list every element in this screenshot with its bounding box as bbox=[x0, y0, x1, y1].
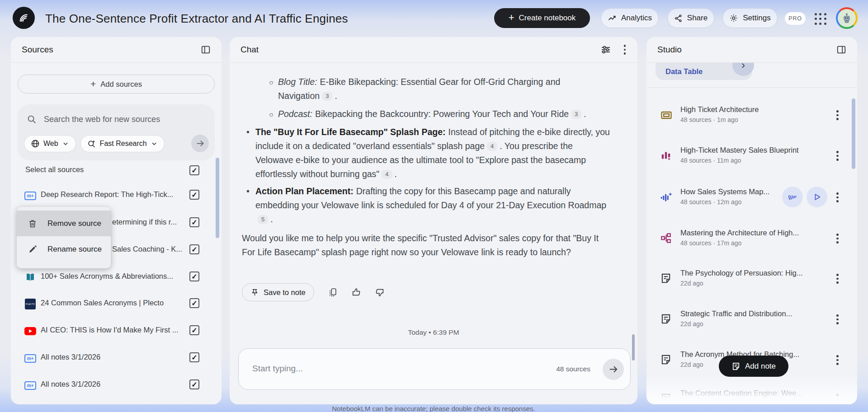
gear-icon bbox=[729, 14, 738, 23]
select-all-label: Select all sources bbox=[25, 165, 84, 174]
source-checkbox[interactable]: ✓ bbox=[189, 325, 199, 335]
item-more-menu-icon[interactable] bbox=[835, 354, 840, 366]
chat-closing-paragraph: Would you like me to help you write the … bbox=[242, 231, 604, 259]
source-label: All notes 3/1/2026 bbox=[41, 380, 100, 389]
citation-badge[interactable]: 3 bbox=[322, 92, 332, 101]
item-more-menu-icon[interactable] bbox=[835, 233, 840, 244]
item-more-menu-icon[interactable] bbox=[835, 314, 840, 325]
note-icon bbox=[660, 272, 673, 285]
source-row[interactable]: m+ All notes 3/1/2026 ✓ bbox=[11, 374, 222, 396]
chat-scrollbar[interactable] bbox=[632, 334, 635, 360]
note-icon bbox=[660, 393, 673, 404]
logo-arcs-icon bbox=[17, 11, 31, 25]
analytics-button[interactable]: Analytics bbox=[601, 8, 659, 28]
item-more-menu-icon[interactable] bbox=[835, 393, 840, 404]
studio-item[interactable]: High-Ticket Mastery Sales Blueprint 48 s… bbox=[646, 141, 857, 170]
thumbs-down-icon[interactable] bbox=[375, 287, 385, 297]
chat-input[interactable]: Start typing... bbox=[252, 364, 303, 374]
studio-scrollbar[interactable] bbox=[852, 98, 855, 169]
collapse-panel-icon[interactable] bbox=[201, 45, 211, 55]
item-more-menu-icon[interactable] bbox=[835, 109, 840, 121]
source-row[interactable]: m+ Deep Research Report: The High-Tick..… bbox=[11, 184, 222, 206]
chat-input-box: Start typing... 48 sources bbox=[238, 348, 631, 390]
globe-icon bbox=[31, 139, 40, 148]
youtube-icon bbox=[24, 327, 36, 335]
divider bbox=[646, 87, 857, 88]
source-checkbox[interactable]: ✓ bbox=[189, 244, 199, 254]
source-label: All notes 3/1/2026 bbox=[41, 353, 100, 361]
studio-item[interactable]: The Content Creation Engine: Wee... bbox=[646, 384, 857, 404]
avatar[interactable] bbox=[836, 7, 858, 29]
app-launcher-icon[interactable] bbox=[814, 12, 827, 26]
studio-item[interactable]: Mastering the Architecture of High... 48… bbox=[646, 224, 857, 253]
note-icon bbox=[731, 362, 741, 371]
source-row[interactable]: m+ All notes 3/1/2026 ✓ bbox=[11, 347, 222, 369]
source-label: etermining if this r... bbox=[112, 218, 177, 226]
item-more-menu-icon[interactable] bbox=[835, 150, 840, 162]
add-sources-button[interactable]: + Add sources bbox=[18, 75, 215, 94]
citation-badge[interactable]: 4 bbox=[382, 170, 392, 179]
pro-badge: PRO bbox=[785, 12, 806, 25]
search-input[interactable]: Search the web for new sources bbox=[44, 115, 160, 124]
add-note-button[interactable]: Add note bbox=[719, 356, 788, 377]
source-checkbox[interactable]: ✓ bbox=[189, 298, 199, 308]
collapse-panel-icon[interactable] bbox=[836, 45, 846, 55]
source-label: 100+ Sales Acronyms & Abbreviations... bbox=[41, 272, 173, 281]
thumbs-up-icon[interactable] bbox=[351, 287, 361, 297]
audio-waveform-icon bbox=[660, 191, 673, 204]
notebook-title[interactable]: The One-Sentence Profit Extractor and AI… bbox=[45, 12, 348, 26]
source-checkbox[interactable]: ✓ bbox=[189, 272, 199, 281]
trending-up-icon bbox=[608, 14, 617, 23]
source-row[interactable]: AI CEO: THIS is How I'd Make My First ..… bbox=[11, 320, 222, 342]
disclaimer-text: NotebookLM can be inaccurate; please dou… bbox=[230, 405, 637, 412]
studio-item[interactable]: The Psychology of Persuasion: Hig... 22d… bbox=[646, 264, 857, 293]
send-button[interactable] bbox=[603, 359, 624, 380]
flowchart-icon bbox=[660, 232, 673, 245]
chat-bullet: • Action Plan Placement:Drafting the cop… bbox=[255, 184, 613, 226]
studio-title: Studio bbox=[657, 45, 682, 55]
plecto-favicon: PLECTO bbox=[25, 299, 36, 309]
source-checkbox[interactable]: ✓ bbox=[189, 190, 199, 200]
chat-settings-icon[interactable] bbox=[600, 44, 611, 55]
bar-chart-icon bbox=[660, 150, 673, 162]
share-button[interactable]: Share bbox=[667, 8, 714, 28]
research-mode-dropdown[interactable]: Fast Research bbox=[80, 135, 165, 152]
search-submit-button[interactable] bbox=[191, 135, 209, 152]
web-filter-dropdown[interactable]: Web bbox=[24, 135, 76, 152]
markdown-icon: m+ bbox=[24, 354, 36, 363]
copy-icon[interactable] bbox=[328, 287, 338, 297]
studio-item-audio[interactable]: How Sales Systems Map... 48 sources · 12… bbox=[646, 183, 857, 212]
studio-item[interactable]: Strategic Traffic and Distribution... 22… bbox=[646, 305, 857, 334]
studio-item-title: Strategic Traffic and Distribution... bbox=[680, 309, 792, 318]
chat-more-menu-icon[interactable] bbox=[623, 44, 627, 56]
citation-badge[interactable]: 5 bbox=[258, 215, 268, 224]
remove-source-menu-item[interactable]: Remove source bbox=[17, 211, 111, 236]
studio-item[interactable]: High Ticket Architecture 48 sources · 1m… bbox=[646, 101, 857, 130]
studio-item-title: How Sales Systems Map... bbox=[680, 187, 769, 196]
sources-panel: Sources + Add sources Search the web for… bbox=[11, 37, 222, 404]
studio-item-meta: 48 sources · 1m ago bbox=[680, 116, 738, 123]
interactive-mode-button[interactable] bbox=[782, 187, 803, 207]
rename-source-menu-item[interactable]: Rename source bbox=[17, 236, 111, 262]
play-button[interactable] bbox=[807, 187, 827, 207]
bullet-marker: • bbox=[246, 184, 250, 198]
chat-panel: Chat ○ Blog Title:E-Bike Bikepacking: Es… bbox=[230, 37, 637, 404]
source-checkbox[interactable]: ✓ bbox=[189, 379, 199, 389]
bullet-marker: • bbox=[246, 125, 250, 139]
top-bar: The One-Sentence Profit Extractor and AI… bbox=[0, 0, 868, 37]
source-row[interactable]: PLECTO 24 Common Sales Acronyms | Plecto… bbox=[11, 293, 222, 314]
create-notebook-button[interactable]: + Create notebook bbox=[494, 8, 590, 28]
source-checkbox[interactable]: ✓ bbox=[189, 352, 199, 362]
settings-button[interactable]: Settings bbox=[722, 8, 778, 28]
select-all-checkbox[interactable]: ✓ bbox=[189, 165, 199, 175]
item-more-menu-icon[interactable] bbox=[835, 273, 840, 285]
citation-badge[interactable]: 3 bbox=[571, 110, 581, 119]
source-row[interactable]: 100+ Sales Acronyms & Abbreviations... ✓ bbox=[11, 266, 222, 288]
source-checkbox[interactable]: ✓ bbox=[189, 217, 199, 227]
save-to-note-button[interactable]: Save to note bbox=[242, 283, 314, 301]
sources-scrollbar[interactable] bbox=[216, 158, 219, 238]
citation-badge[interactable]: 4 bbox=[487, 142, 497, 151]
item-more-menu-icon[interactable] bbox=[835, 192, 840, 203]
sources-title: Sources bbox=[22, 45, 53, 55]
notebooklm-logo[interactable] bbox=[13, 7, 35, 29]
